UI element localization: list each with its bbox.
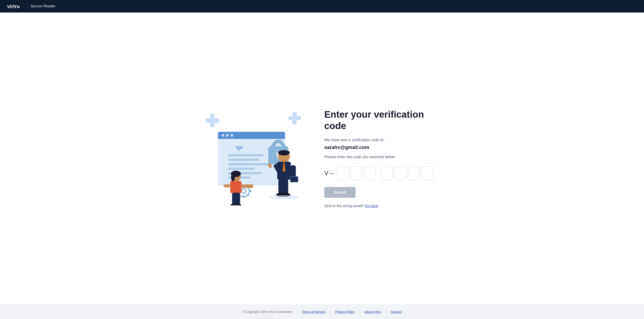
page-title: Enter your verification code	[324, 109, 445, 132]
svg-point-36	[231, 174, 235, 182]
code-input-4[interactable]	[381, 166, 393, 180]
svg-rect-24	[243, 196, 244, 198]
code-input-1[interactable]	[337, 166, 349, 180]
svg-point-11	[226, 134, 229, 137]
header-divider	[28, 4, 28, 9]
header-title: Secure Reader	[31, 4, 56, 8]
svg-point-22	[242, 189, 246, 193]
svg-text:virtru: virtru	[7, 4, 20, 9]
footer: © Copyright 2020 Virtru Corporation | Te…	[0, 304, 644, 319]
footer-link-support[interactable]: Support	[391, 310, 402, 314]
svg-rect-9	[218, 136, 285, 139]
footer-link-terms[interactable]: Terms of Service	[302, 310, 325, 314]
footer-copyright: © Copyright 2020 Virtru Corporation	[242, 310, 292, 314]
code-input-3[interactable]	[364, 166, 376, 180]
svg-rect-16	[228, 158, 259, 161]
footer-inner: © Copyright 2020 Virtru Corporation | Te…	[5, 310, 639, 314]
code-input-row: V –	[324, 166, 445, 180]
svg-rect-6	[292, 112, 297, 124]
footer-sep-1: |	[297, 310, 298, 314]
svg-point-10	[222, 134, 224, 137]
svg-rect-37	[230, 181, 242, 193]
svg-point-44	[224, 205, 248, 206]
svg-rect-38	[241, 184, 253, 188]
svg-rect-17	[228, 163, 268, 165]
virtru-logo-icon: virtru	[7, 3, 25, 10]
svg-rect-54	[283, 179, 288, 194]
footer-link-about[interactable]: About Virtru	[364, 310, 381, 314]
svg-rect-18	[228, 168, 255, 170]
submit-button[interactable]: Submit	[324, 187, 356, 198]
wrong-email-row: Sent to the wrong email? Go back	[324, 204, 445, 208]
footer-sep-4: |	[385, 310, 386, 314]
svg-rect-51	[290, 165, 296, 178]
illustration	[199, 112, 306, 206]
svg-rect-26	[249, 190, 252, 192]
instruction-text: Please enter the code you received below…	[324, 155, 445, 159]
subtitle-text: We have sent a verification code to:	[324, 138, 445, 142]
header: virtru Secure Reader	[0, 0, 644, 12]
code-input-6[interactable]	[408, 166, 420, 180]
code-input-5[interactable]	[394, 166, 406, 180]
right-panel: Enter your verification code We have sen…	[324, 109, 445, 208]
footer-link-privacy[interactable]: Privacy Policy	[335, 310, 355, 314]
svg-point-12	[230, 134, 233, 137]
svg-point-57	[270, 195, 298, 199]
email-display: sarahv@gmail.com	[324, 144, 445, 150]
svg-point-46	[278, 150, 290, 156]
svg-rect-41	[235, 192, 240, 205]
svg-rect-39	[224, 184, 230, 188]
go-back-link[interactable]: Go back	[365, 204, 378, 208]
footer-sep-2: |	[330, 310, 331, 314]
content-wrapper: Enter your verification code We have sen…	[199, 109, 445, 208]
svg-rect-52	[290, 176, 298, 182]
header-logo: virtru Secure Reader	[7, 3, 56, 10]
main-content: Enter your verification code We have sen…	[0, 12, 644, 304]
code-input-2[interactable]	[351, 166, 362, 180]
svg-rect-2	[210, 114, 214, 127]
code-group-2	[381, 166, 433, 180]
code-prefix: V –	[324, 170, 334, 177]
code-group-1	[337, 166, 376, 180]
wrong-email-text: Sent to the wrong email?	[324, 204, 364, 208]
footer-sep-3: |	[359, 310, 360, 314]
code-input-7[interactable]	[421, 166, 433, 180]
svg-rect-15	[228, 154, 264, 156]
